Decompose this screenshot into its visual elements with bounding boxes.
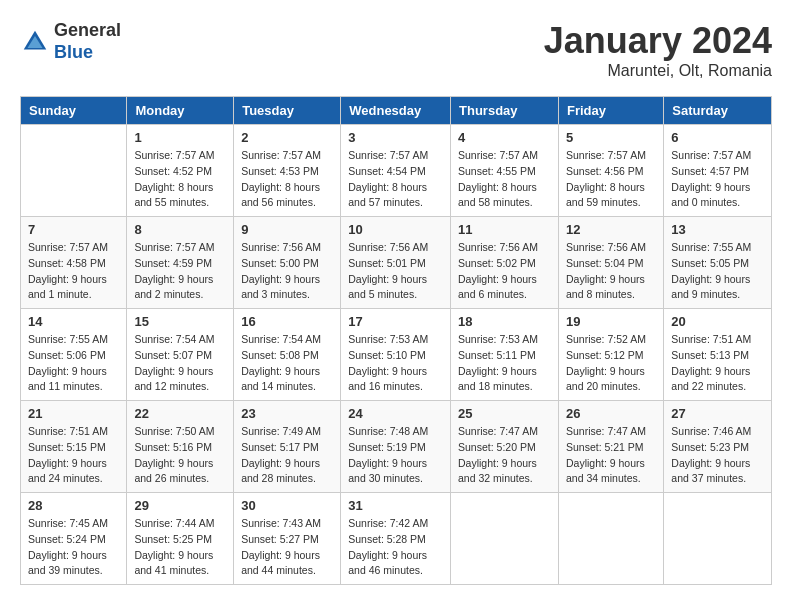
week-row: 7Sunrise: 7:57 AM Sunset: 4:58 PM Daylig… <box>21 217 772 309</box>
table-row: 21Sunrise: 7:51 AM Sunset: 5:15 PM Dayli… <box>21 401 127 493</box>
col-header-monday: Monday <box>127 97 234 125</box>
day-number: 17 <box>348 314 443 329</box>
day-info: Sunrise: 7:49 AM Sunset: 5:17 PM Dayligh… <box>241 424 333 487</box>
day-number: 1 <box>134 130 226 145</box>
col-header-saturday: Saturday <box>664 97 772 125</box>
day-number: 6 <box>671 130 764 145</box>
day-info: Sunrise: 7:57 AM Sunset: 4:59 PM Dayligh… <box>134 240 226 303</box>
logo: General Blue <box>20 20 121 63</box>
table-row: 24Sunrise: 7:48 AM Sunset: 5:19 PM Dayli… <box>341 401 451 493</box>
table-row: 28Sunrise: 7:45 AM Sunset: 5:24 PM Dayli… <box>21 493 127 585</box>
day-number: 25 <box>458 406 551 421</box>
logo-blue: Blue <box>54 42 121 64</box>
day-info: Sunrise: 7:46 AM Sunset: 5:23 PM Dayligh… <box>671 424 764 487</box>
calendar-table: SundayMondayTuesdayWednesdayThursdayFrid… <box>20 96 772 585</box>
day-info: Sunrise: 7:57 AM Sunset: 4:58 PM Dayligh… <box>28 240 119 303</box>
day-number: 24 <box>348 406 443 421</box>
day-number: 31 <box>348 498 443 513</box>
location: Maruntei, Olt, Romania <box>544 62 772 80</box>
col-header-thursday: Thursday <box>451 97 559 125</box>
day-info: Sunrise: 7:57 AM Sunset: 4:55 PM Dayligh… <box>458 148 551 211</box>
day-info: Sunrise: 7:48 AM Sunset: 5:19 PM Dayligh… <box>348 424 443 487</box>
day-number: 3 <box>348 130 443 145</box>
day-info: Sunrise: 7:57 AM Sunset: 4:54 PM Dayligh… <box>348 148 443 211</box>
table-row: 15Sunrise: 7:54 AM Sunset: 5:07 PM Dayli… <box>127 309 234 401</box>
logo-icon <box>20 27 50 57</box>
logo-general: General <box>54 20 121 42</box>
week-row: 1Sunrise: 7:57 AM Sunset: 4:52 PM Daylig… <box>21 125 772 217</box>
day-number: 30 <box>241 498 333 513</box>
day-number: 26 <box>566 406 656 421</box>
table-row <box>664 493 772 585</box>
table-row: 7Sunrise: 7:57 AM Sunset: 4:58 PM Daylig… <box>21 217 127 309</box>
day-info: Sunrise: 7:50 AM Sunset: 5:16 PM Dayligh… <box>134 424 226 487</box>
table-row: 31Sunrise: 7:42 AM Sunset: 5:28 PM Dayli… <box>341 493 451 585</box>
day-info: Sunrise: 7:56 AM Sunset: 5:00 PM Dayligh… <box>241 240 333 303</box>
day-info: Sunrise: 7:54 AM Sunset: 5:08 PM Dayligh… <box>241 332 333 395</box>
day-info: Sunrise: 7:47 AM Sunset: 5:20 PM Dayligh… <box>458 424 551 487</box>
table-row: 5Sunrise: 7:57 AM Sunset: 4:56 PM Daylig… <box>558 125 663 217</box>
day-number: 2 <box>241 130 333 145</box>
day-info: Sunrise: 7:44 AM Sunset: 5:25 PM Dayligh… <box>134 516 226 579</box>
day-info: Sunrise: 7:53 AM Sunset: 5:11 PM Dayligh… <box>458 332 551 395</box>
table-row <box>558 493 663 585</box>
day-info: Sunrise: 7:56 AM Sunset: 5:01 PM Dayligh… <box>348 240 443 303</box>
day-number: 15 <box>134 314 226 329</box>
day-info: Sunrise: 7:47 AM Sunset: 5:21 PM Dayligh… <box>566 424 656 487</box>
day-info: Sunrise: 7:51 AM Sunset: 5:13 PM Dayligh… <box>671 332 764 395</box>
day-info: Sunrise: 7:55 AM Sunset: 5:05 PM Dayligh… <box>671 240 764 303</box>
table-row: 8Sunrise: 7:57 AM Sunset: 4:59 PM Daylig… <box>127 217 234 309</box>
day-info: Sunrise: 7:57 AM Sunset: 4:52 PM Dayligh… <box>134 148 226 211</box>
table-row: 10Sunrise: 7:56 AM Sunset: 5:01 PM Dayli… <box>341 217 451 309</box>
day-info: Sunrise: 7:57 AM Sunset: 4:56 PM Dayligh… <box>566 148 656 211</box>
day-number: 12 <box>566 222 656 237</box>
col-header-tuesday: Tuesday <box>234 97 341 125</box>
day-info: Sunrise: 7:51 AM Sunset: 5:15 PM Dayligh… <box>28 424 119 487</box>
day-number: 29 <box>134 498 226 513</box>
table-row: 12Sunrise: 7:56 AM Sunset: 5:04 PM Dayli… <box>558 217 663 309</box>
day-number: 22 <box>134 406 226 421</box>
table-row: 20Sunrise: 7:51 AM Sunset: 5:13 PM Dayli… <box>664 309 772 401</box>
day-number: 9 <box>241 222 333 237</box>
day-number: 28 <box>28 498 119 513</box>
table-row: 6Sunrise: 7:57 AM Sunset: 4:57 PM Daylig… <box>664 125 772 217</box>
day-number: 4 <box>458 130 551 145</box>
day-number: 8 <box>134 222 226 237</box>
table-row: 17Sunrise: 7:53 AM Sunset: 5:10 PM Dayli… <box>341 309 451 401</box>
table-row: 9Sunrise: 7:56 AM Sunset: 5:00 PM Daylig… <box>234 217 341 309</box>
day-info: Sunrise: 7:54 AM Sunset: 5:07 PM Dayligh… <box>134 332 226 395</box>
week-row: 14Sunrise: 7:55 AM Sunset: 5:06 PM Dayli… <box>21 309 772 401</box>
table-row: 23Sunrise: 7:49 AM Sunset: 5:17 PM Dayli… <box>234 401 341 493</box>
title-block: January 2024 Maruntei, Olt, Romania <box>544 20 772 80</box>
col-header-sunday: Sunday <box>21 97 127 125</box>
day-info: Sunrise: 7:56 AM Sunset: 5:02 PM Dayligh… <box>458 240 551 303</box>
day-number: 20 <box>671 314 764 329</box>
col-header-wednesday: Wednesday <box>341 97 451 125</box>
table-row <box>21 125 127 217</box>
day-number: 5 <box>566 130 656 145</box>
day-info: Sunrise: 7:57 AM Sunset: 4:53 PM Dayligh… <box>241 148 333 211</box>
logo-text: General Blue <box>54 20 121 63</box>
day-number: 11 <box>458 222 551 237</box>
table-row: 26Sunrise: 7:47 AM Sunset: 5:21 PM Dayli… <box>558 401 663 493</box>
table-row <box>451 493 559 585</box>
day-info: Sunrise: 7:57 AM Sunset: 4:57 PM Dayligh… <box>671 148 764 211</box>
month-title: January 2024 <box>544 20 772 62</box>
col-header-friday: Friday <box>558 97 663 125</box>
day-number: 10 <box>348 222 443 237</box>
day-number: 18 <box>458 314 551 329</box>
table-row: 25Sunrise: 7:47 AM Sunset: 5:20 PM Dayli… <box>451 401 559 493</box>
day-info: Sunrise: 7:45 AM Sunset: 5:24 PM Dayligh… <box>28 516 119 579</box>
day-number: 16 <box>241 314 333 329</box>
day-info: Sunrise: 7:55 AM Sunset: 5:06 PM Dayligh… <box>28 332 119 395</box>
table-row: 11Sunrise: 7:56 AM Sunset: 5:02 PM Dayli… <box>451 217 559 309</box>
day-info: Sunrise: 7:52 AM Sunset: 5:12 PM Dayligh… <box>566 332 656 395</box>
table-row: 22Sunrise: 7:50 AM Sunset: 5:16 PM Dayli… <box>127 401 234 493</box>
table-row: 16Sunrise: 7:54 AM Sunset: 5:08 PM Dayli… <box>234 309 341 401</box>
table-row: 14Sunrise: 7:55 AM Sunset: 5:06 PM Dayli… <box>21 309 127 401</box>
day-info: Sunrise: 7:43 AM Sunset: 5:27 PM Dayligh… <box>241 516 333 579</box>
day-number: 7 <box>28 222 119 237</box>
table-row: 29Sunrise: 7:44 AM Sunset: 5:25 PM Dayli… <box>127 493 234 585</box>
table-row: 4Sunrise: 7:57 AM Sunset: 4:55 PM Daylig… <box>451 125 559 217</box>
table-row: 1Sunrise: 7:57 AM Sunset: 4:52 PM Daylig… <box>127 125 234 217</box>
